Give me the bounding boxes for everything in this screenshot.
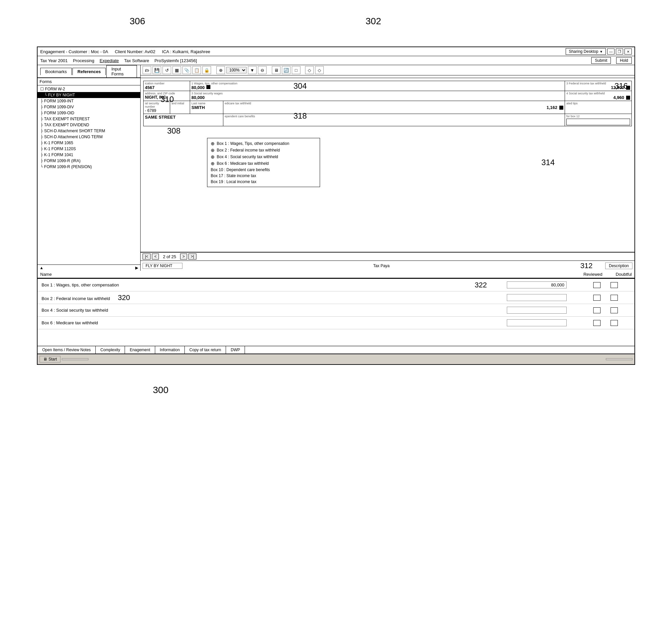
row1-input[interactable] xyxy=(507,282,567,288)
restore-button[interactable]: ❐ xyxy=(616,49,623,54)
w2-row-1: ication number 4567 1 Wages, tips, other… xyxy=(143,81,632,91)
tooltip-item-2[interactable]: ⊕ Box 2 : Federal income tax withheld xyxy=(211,147,316,153)
medicare-indicator xyxy=(559,106,563,110)
expediate-label[interactable]: Expediate xyxy=(100,58,119,63)
row2-reviewed-checkbox[interactable] xyxy=(593,295,601,301)
form-nav: |< < 2 of 25 > >| xyxy=(141,252,634,261)
first-page-button[interactable]: |< xyxy=(143,253,150,260)
list-item[interactable]: ├ K-1 FORM 1065 xyxy=(38,140,140,146)
list-item[interactable]: ├ FORM 1099-DIV xyxy=(38,104,140,110)
tab-engagement[interactable]: Enagement xyxy=(125,346,155,354)
ref-322: 322 xyxy=(475,281,487,289)
tooltip-item-1[interactable]: ⊕ Box 1 : Wages, Tips, other compensatio… xyxy=(211,140,316,147)
row1-reviewed-checkbox[interactable] xyxy=(593,282,601,288)
copy-icon[interactable]: 📋 xyxy=(192,66,201,74)
w2-row-2: address, and ZIP code NIGHT, INC. 3 Soci… xyxy=(143,91,632,101)
row2-input[interactable] xyxy=(507,294,567,301)
tooltip-text-2: Box 2 : Federal income tax withheld xyxy=(217,148,280,152)
scroll-up-arrow[interactable]: ▲ xyxy=(38,266,45,270)
tab-copy-tax-return[interactable]: Copy of tax return xyxy=(185,346,226,354)
ss-wages-value: 80,000 xyxy=(191,95,205,100)
list-item[interactable]: ☐ FORM W-2 xyxy=(38,86,140,92)
tab-complexity[interactable]: Complexity xyxy=(96,346,125,354)
tooltip-item-4[interactable]: ⊕ Box 6 : Medicare tax withheld xyxy=(211,160,316,167)
list-item[interactable]: ├ TAX EXEMPT INTEREST xyxy=(38,116,140,122)
list-item[interactable]: ├ FORM 1099-OID xyxy=(38,110,140,116)
list-item[interactable]: ├ TAX EXEMPT DIVIDEND xyxy=(38,122,140,128)
tab-dwp[interactable]: DWP xyxy=(226,346,245,354)
diamond2-icon[interactable]: ◇ xyxy=(315,66,324,74)
list-item[interactable]: ├ FORM 1099-INT xyxy=(38,98,140,104)
row1-doubtful-checkbox[interactable] xyxy=(610,282,618,288)
employer-field[interactable]: FLY BY NIGHT xyxy=(143,263,183,269)
ref-320: 320 xyxy=(118,293,130,302)
left-nav-section: Bookmarks References Input Forms xyxy=(38,65,141,78)
tooltip-item-6[interactable]: Box 17 : State income tax xyxy=(211,173,316,179)
grid-icon[interactable]: ▦ xyxy=(172,66,181,74)
minimize-button[interactable]: — xyxy=(607,49,615,54)
tab-references[interactable]: References xyxy=(72,68,106,75)
open-icon[interactable]: 🗁 xyxy=(143,66,151,74)
rotate-icon[interactable]: 🔄 xyxy=(282,66,290,74)
next-page-button[interactable]: > xyxy=(180,253,187,260)
form-display: ication number 4567 1 Wages, tips, other… xyxy=(141,78,634,252)
tab-input-forms[interactable]: Input Forms xyxy=(106,65,137,77)
forms-list[interactable]: ☐ FORM W-2 └ FLY BY NIGHT ├ FORM 1099-IN… xyxy=(38,86,140,265)
close-button[interactable]: ✕ xyxy=(624,49,632,54)
medicare-label: edicare tax withheld xyxy=(225,102,563,105)
zoom-select[interactable]: 100% 75% 125% xyxy=(226,67,247,73)
list-item[interactable]: ├ SCH-D Attachment LONG TERM xyxy=(38,134,140,140)
attach-icon[interactable]: 📎 xyxy=(183,66,191,74)
taskbar: 🖥 Start xyxy=(38,354,634,364)
data-row: Box 6 : Medicare tax withheld xyxy=(38,317,634,329)
row3-doubtful-checkbox[interactable] xyxy=(610,307,618,313)
tab-open-items[interactable]: Open Items / Review Notes xyxy=(38,346,96,354)
row4-reviewed-checkbox[interactable] xyxy=(593,320,601,326)
list-item[interactable]: ├ K-1 FORM 1120S xyxy=(38,146,140,152)
row4-doubtful-checkbox[interactable] xyxy=(610,320,618,326)
scroll-right-arrow[interactable]: ▶ xyxy=(134,266,140,270)
submit-button[interactable]: Submit xyxy=(591,57,611,64)
list-item[interactable]: └ FLY BY NIGHT xyxy=(38,92,140,98)
tooltip-item-3[interactable]: ⊕ Box 4 : Social security tax withheld xyxy=(211,153,316,160)
list-item[interactable]: ├ SCH-D Attachment SHORT TERM xyxy=(38,128,140,134)
square-icon[interactable]: □ xyxy=(292,66,301,74)
dropdown-icon[interactable]: ▼ xyxy=(600,50,603,53)
ref-306: 306 xyxy=(129,16,145,27)
taskbar-item[interactable] xyxy=(62,358,89,360)
list-item[interactable]: ├ FORM 1099-R (IRA) xyxy=(38,158,140,164)
start-button[interactable]: 🖥 Start xyxy=(40,356,61,363)
hold-button[interactable]: Hold xyxy=(616,57,632,64)
id-label: ication number xyxy=(145,82,188,85)
sharing-desktop-btn[interactable]: Sharing Desktop ▼ xyxy=(566,48,606,55)
diamond1-icon[interactable]: ◇ xyxy=(305,66,314,74)
last-page-button[interactable]: >| xyxy=(188,253,196,260)
ref-304: 304 xyxy=(293,81,307,91)
tab-information[interactable]: Information xyxy=(155,346,185,354)
row3-reviewed-checkbox[interactable] xyxy=(593,307,601,313)
tab-bookmarks[interactable]: Bookmarks xyxy=(40,68,72,75)
row3-input[interactable] xyxy=(507,307,567,314)
description-label: Description xyxy=(605,263,632,269)
zoom-in-icon[interactable]: ⊕ xyxy=(216,66,225,74)
list-item[interactable]: ├ K-1 FORM 1041 xyxy=(38,152,140,158)
lock-icon[interactable]: 🔒 xyxy=(202,66,211,74)
monitor-icon[interactable]: 🖥 xyxy=(272,66,281,74)
save-icon[interactable]: 💾 xyxy=(152,66,161,74)
row2-doubtful-checkbox[interactable] xyxy=(610,295,618,301)
prev-page-button[interactable]: < xyxy=(152,253,159,260)
tax-software-label: Tax Software xyxy=(124,58,149,63)
dep-cell: ependent care benefits xyxy=(223,114,565,126)
title-bar: Engagement - Customer : Moc - 0A Client … xyxy=(38,47,634,56)
down-arrow-icon[interactable]: ▼ xyxy=(248,66,257,74)
tooltip-item-7[interactable]: Box 19 : Local income tax xyxy=(211,179,316,185)
client-label: Client Number: Avi02 xyxy=(115,49,155,54)
row4-input[interactable] xyxy=(507,319,567,326)
tooltip-item-5[interactable]: Box 10 : Dependent care benefits xyxy=(211,167,316,173)
ssn-value: - 6789 xyxy=(145,108,156,113)
zoom-out-icon[interactable]: ⊖ xyxy=(258,66,267,74)
lastname-value: SMITH xyxy=(191,105,205,110)
data-row: Box 2 : Federal income tax withheld 320 xyxy=(38,291,634,304)
list-item[interactable]: └ FORM 1099-R (PENSION) xyxy=(38,164,140,170)
refresh-icon[interactable]: ↺ xyxy=(163,66,171,74)
